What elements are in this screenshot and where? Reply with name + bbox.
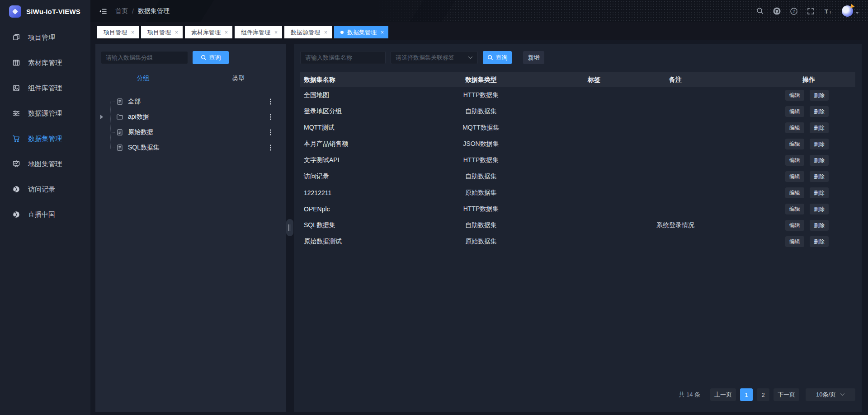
github-icon[interactable]: [773, 7, 781, 15]
edit-button[interactable]: 编辑: [785, 139, 804, 149]
page-tab-0[interactable]: 项目管理 ×: [97, 26, 139, 38]
breadcrumb-home[interactable]: 首页: [115, 7, 128, 15]
delete-button[interactable]: 删除: [810, 204, 829, 214]
delete-button[interactable]: 删除: [810, 236, 829, 247]
column-header-remark: 备注: [639, 76, 712, 84]
edit-button[interactable]: 编辑: [785, 187, 804, 198]
page-tab-1[interactable]: 项目管理 ×: [141, 26, 183, 38]
close-icon[interactable]: ×: [274, 30, 278, 35]
edit-button[interactable]: 编辑: [785, 220, 804, 231]
tree-tab-1[interactable]: 类型: [191, 75, 286, 83]
svg-text:?: ?: [793, 9, 795, 14]
pagination-next-button[interactable]: 下一页: [774, 388, 799, 401]
tree-node-2[interactable]: 原始数据: [95, 125, 286, 140]
doc-icon: [116, 144, 123, 151]
dataset-name-input[interactable]: [300, 51, 386, 64]
sidebar-item-7[interactable]: 直播中国: [0, 202, 90, 227]
sidebar-item-0[interactable]: 项目管理: [0, 25, 90, 50]
content-area: 查询 分组类型 全部 api数据 原始数据 SQL数据集 请选择数据集关联标签: [90, 40, 868, 415]
grid-icon: [12, 59, 20, 67]
avatar[interactable]: [842, 5, 853, 17]
delete-button[interactable]: 删除: [810, 139, 829, 149]
sidebar-item-4[interactable]: 数据集管理: [0, 126, 90, 151]
collapse-sidebar-icon[interactable]: [99, 7, 108, 15]
breadcrumb-current: 数据集管理: [138, 7, 170, 15]
node-more-icon[interactable]: [269, 144, 273, 152]
tree-node-1[interactable]: api数据: [95, 109, 286, 125]
node-more-icon[interactable]: [269, 113, 273, 121]
page-size-select[interactable]: 10条/页: [806, 388, 855, 401]
page-tab-2[interactable]: 素材库管理 ×: [185, 26, 232, 38]
pagination-total: 共 14 条: [679, 391, 700, 399]
dataset-table-body: 全国地图 HTTP数据集 编辑 删除 登录地区分组 自助数据集 编辑 删除 MQ…: [300, 87, 855, 250]
cell-action: 编辑 删除: [712, 122, 855, 133]
expand-caret-icon[interactable]: [100, 115, 103, 119]
cell-name: 访问记录: [300, 173, 413, 181]
close-icon[interactable]: ×: [381, 30, 384, 35]
group-search-button[interactable]: 查询: [193, 51, 229, 64]
add-dataset-button[interactable]: 新增: [523, 51, 544, 64]
pagination-page-2[interactable]: 2: [757, 388, 769, 401]
edit-button[interactable]: 编辑: [785, 106, 804, 117]
cell-action: 编辑 删除: [712, 204, 855, 214]
edit-button[interactable]: 编辑: [785, 90, 804, 101]
component-icon: [12, 84, 20, 92]
dataset-list-panel: 请选择数据集关联标签 查询 新增 数据集名称 数据集类型 标签 备注 操作: [294, 44, 862, 412]
pagination-page-1[interactable]: 1: [740, 388, 753, 401]
sidebar-item-1[interactable]: 素材库管理: [0, 50, 90, 75]
delete-button[interactable]: 删除: [810, 122, 829, 133]
svg-text:T: T: [825, 8, 828, 15]
close-icon[interactable]: ×: [225, 30, 228, 35]
group-search-input[interactable]: [101, 51, 188, 64]
tree-node-0[interactable]: 全部: [95, 94, 286, 109]
page-tab-4[interactable]: 数据源管理 ×: [284, 26, 332, 38]
delete-button[interactable]: 删除: [810, 220, 829, 231]
close-icon[interactable]: ×: [175, 30, 178, 35]
close-icon[interactable]: ×: [131, 30, 134, 35]
user-menu[interactable]: [842, 5, 859, 17]
sidebar-item-3[interactable]: 数据源管理: [0, 101, 90, 126]
cell-type: 原始数据集: [413, 189, 549, 197]
delete-button[interactable]: 删除: [810, 106, 829, 117]
help-icon[interactable]: ?: [790, 7, 798, 15]
tree-node-3[interactable]: SQL数据集: [95, 140, 286, 155]
sliders-icon: [12, 109, 20, 117]
fullscreen-icon[interactable]: [807, 7, 815, 15]
delete-button[interactable]: 删除: [810, 171, 829, 182]
column-header-name: 数据集名称: [300, 76, 413, 84]
group-type-switch: 分组类型: [95, 75, 286, 83]
node-more-icon[interactable]: [269, 128, 273, 137]
chevron-down-icon: [855, 12, 859, 14]
edit-button[interactable]: 编辑: [785, 122, 804, 133]
cell-name: 全国地图: [300, 91, 413, 99]
dataset-search-button[interactable]: 查询: [483, 51, 512, 64]
tree-tab-0[interactable]: 分组: [95, 75, 191, 83]
sidebar-item-2[interactable]: 组件库管理: [0, 75, 90, 101]
delete-button[interactable]: 删除: [810, 155, 829, 166]
edit-button[interactable]: 编辑: [785, 171, 804, 182]
delete-button[interactable]: 删除: [810, 187, 829, 198]
edit-button[interactable]: 编辑: [785, 155, 804, 166]
svg-text:T: T: [829, 10, 832, 14]
magnifier-icon: [487, 55, 493, 61]
active-dot-icon: [340, 31, 344, 34]
cell-type: 原始数据集: [413, 238, 549, 246]
delete-button[interactable]: 删除: [810, 90, 829, 101]
sidebar-item-6[interactable]: 访问记录: [0, 177, 90, 202]
search-icon[interactable]: [756, 7, 764, 15]
font-size-icon[interactable]: T T: [823, 7, 833, 15]
close-icon[interactable]: ×: [324, 30, 327, 35]
pagination-prev-button[interactable]: 上一页: [710, 388, 736, 401]
page-tab-5[interactable]: 数据集管理 ×: [334, 26, 388, 38]
dataset-tag-select[interactable]: 请选择数据集关联标签: [391, 51, 478, 64]
page-tab-3[interactable]: 组件库管理 ×: [235, 26, 282, 38]
edit-button[interactable]: 编辑: [785, 204, 804, 214]
cell-name: SQL数据集: [300, 221, 413, 229]
node-more-icon[interactable]: [269, 98, 273, 106]
edit-button[interactable]: 编辑: [785, 236, 804, 247]
panel-splitter-handle[interactable]: [286, 219, 293, 236]
sidebar-item-5[interactable]: 地图集管理: [0, 151, 90, 177]
chevron-down-icon: [840, 393, 845, 396]
sidebar-menu: 项目管理 素材库管理 组件库管理 数据源管理 数据集管理 地图集管理 访问记录 …: [0, 25, 90, 227]
dataset-table: 数据集名称 数据集类型 标签 备注 操作 全国地图 HTTP数据集 编辑 删除 …: [300, 72, 855, 250]
